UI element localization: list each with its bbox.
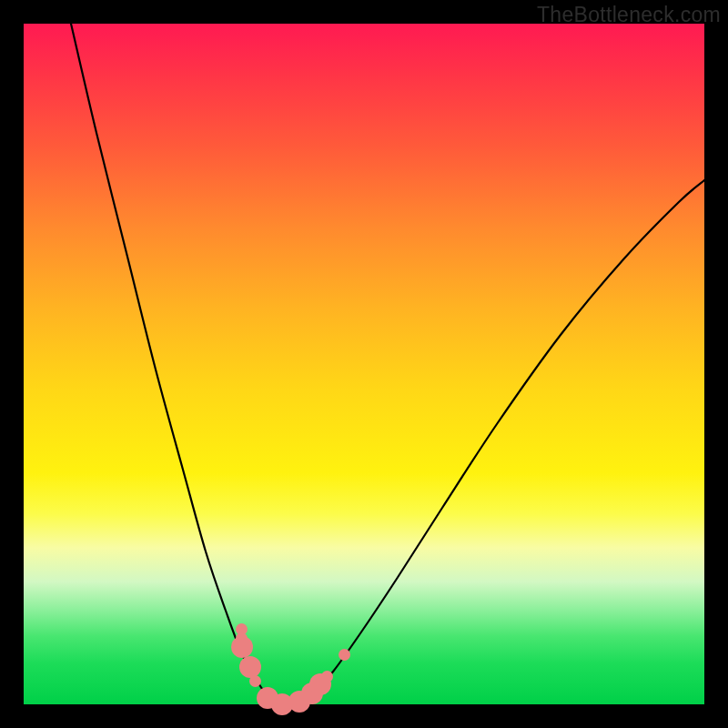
bottleneck-curve bbox=[71, 24, 704, 704]
marker-dot bbox=[321, 671, 333, 682]
watermark-text: TheBottleneck.com bbox=[537, 3, 721, 27]
marker-dot bbox=[239, 656, 261, 678]
marker-dot bbox=[231, 636, 253, 658]
marker-dot bbox=[249, 675, 261, 687]
curve-layer bbox=[24, 24, 704, 704]
marker-dot bbox=[339, 649, 350, 661]
